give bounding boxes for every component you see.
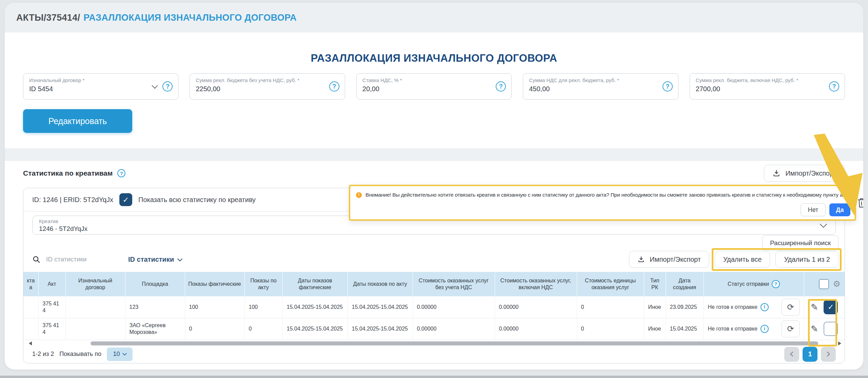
field-initial-contract[interactable]: Изначальный договор * ID 5454 ? bbox=[23, 73, 178, 100]
no-button[interactable]: Нет bbox=[801, 203, 826, 216]
scroll-left-icon[interactable] bbox=[29, 341, 32, 345]
col-header-dates-actual: Даты показов фактические bbox=[282, 272, 348, 296]
help-icon[interactable]: ? bbox=[663, 81, 673, 92]
cell-initial-contract bbox=[65, 296, 125, 318]
breadcrumb-prefix[interactable]: АКТЫ/375414/ bbox=[16, 13, 80, 23]
select-all-checkbox[interactable]: ✓ bbox=[819, 279, 829, 289]
import-export-button[interactable]: Импорт/Экспорт bbox=[629, 251, 709, 268]
cell-unit-cost: 0 bbox=[577, 318, 644, 340]
gear-icon[interactable]: ⚙ bbox=[833, 279, 841, 289]
help-icon[interactable]: ? bbox=[829, 81, 839, 92]
status-text: Не готов к отправке bbox=[708, 325, 757, 332]
edit-button[interactable]: Редактировать bbox=[23, 109, 132, 133]
table-row: 375 414 123 100 100 15.04.2025-15.04.202… bbox=[23, 296, 845, 318]
field-label: Сумма рекл. бюджета без учета НДС, руб. … bbox=[196, 77, 311, 83]
import-export-label: Импорт/Экспорт bbox=[785, 170, 836, 177]
next-page-button[interactable] bbox=[821, 347, 836, 362]
help-icon[interactable]: ? bbox=[772, 280, 780, 288]
prev-page-button[interactable] bbox=[784, 347, 799, 362]
search-field-selector[interactable]: ID статистики bbox=[128, 256, 182, 263]
section-divider bbox=[5, 148, 863, 161]
per-page-label: Показывать по bbox=[59, 351, 101, 358]
import-export-label: Импорт/Экспорт bbox=[650, 256, 701, 263]
refresh-button[interactable]: ⟳ bbox=[782, 299, 800, 316]
advanced-search-button[interactable]: Расширенный поиск bbox=[762, 235, 839, 251]
cell-created: 23.09.2025 bbox=[666, 296, 704, 318]
statistics-section: Статистика по креативам ? Импорт/Экспорт… bbox=[5, 161, 863, 363]
field-value: ID 5454 bbox=[29, 85, 144, 93]
row-checkbox[interactable]: ✓ bbox=[824, 300, 838, 314]
help-icon[interactable]: ? bbox=[496, 81, 506, 92]
refresh-button[interactable]: ⟳ bbox=[782, 320, 800, 337]
cell-dates-by-act: 15.04.2025-15.04.2025 bbox=[348, 318, 413, 340]
show-all-label: Показать всю статистику по креативу bbox=[138, 196, 256, 204]
field-label: Ставка НДС, % * bbox=[362, 77, 477, 83]
delete-creative-button[interactable] bbox=[856, 197, 863, 209]
per-page-select[interactable]: 10 bbox=[107, 347, 133, 361]
field-label: Сумма рекл. бюджета, включая НДС, руб. * bbox=[696, 77, 811, 83]
cell-impressions-actual: 0 bbox=[185, 318, 244, 340]
chevron-down-icon[interactable] bbox=[152, 82, 158, 88]
cell-platform: ЗАО «Сергеев Морозова» bbox=[125, 318, 185, 340]
page-title: РАЗАЛЛОКАЦИЯ ИЗНАЧАЛЬНОГО ДОГОВОРА bbox=[23, 52, 845, 64]
col-header-platform: Площадка bbox=[125, 272, 185, 296]
field-vat-sum[interactable]: Сумма НДС для рекл. бюджета, руб. * 450,… bbox=[523, 73, 678, 100]
cell-act: 375 414 bbox=[38, 318, 65, 340]
col-header-act: Акт bbox=[38, 272, 65, 296]
scroll-right-icon[interactable] bbox=[838, 341, 841, 345]
breadcrumb-current: РАЗАЛЛОКАЦИЯ ИЗНАЧАЛЬНОГО ДОГОВОРА bbox=[83, 13, 297, 23]
search-field-selector-label: ID статистики bbox=[128, 256, 174, 263]
cell-dates-actual: 15.04.2025-15.04.2025 bbox=[282, 318, 348, 340]
help-icon[interactable]: ? bbox=[329, 81, 339, 92]
window-edge bbox=[0, 376, 868, 378]
cell-truncated bbox=[23, 296, 38, 318]
page: АКТЫ/375414/ РАЗАЛЛОКАЦИЯ ИЗНАЧАЛЬНОГО Д… bbox=[0, 0, 868, 378]
delete-all-button[interactable]: Удалить все bbox=[715, 251, 770, 268]
cell-act: 375 414 bbox=[38, 296, 65, 318]
col-header-cost-no-vat: Стоимость оказанных услуг без учета НДС bbox=[413, 272, 495, 296]
check-icon: ✓ bbox=[123, 196, 129, 204]
field-value: 2700,00 bbox=[696, 85, 811, 93]
show-all-checkbox[interactable]: ✓ bbox=[119, 193, 132, 206]
edit-row-icon[interactable]: ✎ bbox=[811, 302, 818, 313]
table-row: 375 414 ЗАО «Сергеев Морозова» 0 0 15.04… bbox=[23, 318, 845, 340]
cell-unit-cost: 0 bbox=[577, 296, 644, 318]
delete-selected-button[interactable]: Удалить 1 из 2 bbox=[775, 251, 839, 268]
info-icon[interactable]: i bbox=[761, 303, 769, 311]
statistics-table: кта а Акт Изначальный договор Площадка П… bbox=[23, 272, 845, 346]
fields-row: Изначальный договор * ID 5454 ? Сумма ре… bbox=[23, 73, 845, 100]
col-header-cost-incl-vat: Стоимость оказанных услуг, включая НДС bbox=[495, 272, 577, 296]
cell-cost-no-vat: 0.00000 bbox=[413, 318, 495, 340]
cell-actions: ✎ ✓ bbox=[804, 296, 845, 318]
col-header-impressions-actual: Показы фактические bbox=[185, 272, 244, 296]
chevron-down-icon[interactable] bbox=[820, 221, 827, 228]
col-header-actions: ✓ ⚙ bbox=[804, 272, 845, 296]
yes-button[interactable]: Да bbox=[829, 203, 850, 216]
field-budget-no-vat[interactable]: Сумма рекл. бюджета без учета НДС, руб. … bbox=[190, 73, 345, 100]
unlink-warning-tooltip: ! Внимание! Вы действительно хотите отвя… bbox=[349, 185, 856, 221]
cell-created: 15.04.2025 bbox=[666, 318, 704, 340]
chevron-down-icon bbox=[177, 256, 183, 261]
cell-campaign-type: Иное bbox=[644, 296, 666, 318]
horizontal-scrollbar[interactable] bbox=[26, 341, 842, 346]
page-1-button[interactable]: 1 bbox=[803, 347, 817, 362]
field-budget-incl-vat[interactable]: Сумма рекл. бюджета, включая НДС, руб. *… bbox=[690, 73, 845, 100]
trash-icon bbox=[857, 197, 863, 208]
import-export-top-button[interactable]: Импорт/Экспорт bbox=[764, 165, 845, 182]
field-label: Сумма НДС для рекл. бюджета, руб. * bbox=[529, 77, 644, 83]
edit-row-icon[interactable]: ✎ bbox=[811, 323, 818, 335]
col-header-initial-contract: Изначальный договор bbox=[65, 272, 125, 296]
row-checkbox[interactable]: ✓ bbox=[824, 322, 838, 336]
field-value: 2250,00 bbox=[196, 85, 311, 93]
col-header-unit-cost: Стоимость единицы оказания услуг bbox=[577, 272, 644, 296]
cell-impressions-by-act: 0 bbox=[244, 318, 282, 340]
info-icon[interactable]: i bbox=[761, 325, 769, 333]
cell-dates-by-act: 15.04.2025-15.04.2025 bbox=[348, 296, 413, 318]
help-icon[interactable]: ? bbox=[162, 81, 173, 92]
search-input[interactable] bbox=[46, 256, 114, 263]
cell-cost-incl-vat: 0.00000 bbox=[495, 296, 577, 318]
scrollbar-thumb[interactable] bbox=[91, 341, 818, 345]
help-icon[interactable]: ? bbox=[117, 169, 125, 177]
field-vat-rate[interactable]: Ставка НДС, % * 20,00 ? bbox=[356, 73, 512, 100]
search-icon bbox=[32, 255, 41, 264]
